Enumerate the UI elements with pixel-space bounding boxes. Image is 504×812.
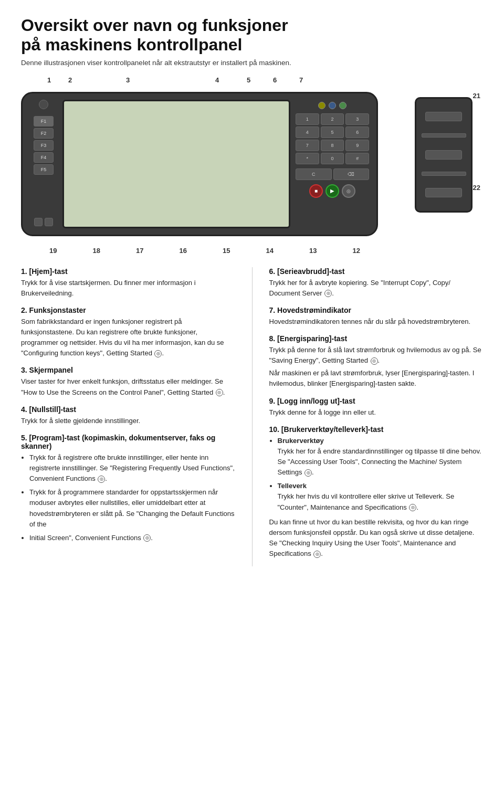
circle-ref-10b: ◎ (409, 504, 416, 511)
extra-button: ◎ (342, 184, 355, 198)
label-13: 13 (309, 247, 317, 255)
section-8-title: 8. [Energisparing]-tast (269, 334, 484, 343)
start-button: ▶ (326, 184, 339, 198)
section-4-title: 4. [Nullstill]-tast (21, 405, 235, 414)
section-10-bullet-2: Telleverk Trykk her hvis du vil kontroll… (278, 481, 484, 512)
key-7: 7 (296, 140, 319, 151)
key-3: 3 (345, 113, 369, 125)
section-2-heading: Funksjonstaster (29, 306, 86, 314)
f2-key: F2 (34, 128, 54, 139)
section-3-title: 3. Skjermpanel (21, 366, 235, 374)
circle-ref-10c: ◎ (313, 551, 321, 558)
label-1: 1 (47, 76, 51, 84)
section-9: 9. [Logg inn/logg ut]-tast Trykk denne f… (269, 397, 484, 418)
section-10: 10. [Brukerverktøy/telleverk]-tast Bruke… (269, 425, 484, 560)
section-6-text: Trykk her for å avbryte kopiering. Se "I… (269, 278, 484, 299)
section-10-number: 10. (269, 425, 279, 434)
content-area: 1. [Hjem]-tast Trykk for å vise startskj… (21, 267, 483, 567)
section-9-number: 9. (269, 397, 276, 405)
f3-key: F3 (34, 140, 54, 151)
machine-keypad: 1 2 3 4 5 6 7 8 9 * 0 # C ⌫ ■ (296, 100, 369, 228)
section-8-text: Trykk på denne for å slå lavt strømforbr… (269, 345, 484, 389)
label-19: 19 (49, 247, 57, 255)
section-9-text: Trykk denne for å logge inn eller ut. (269, 407, 484, 418)
section-5-bullet-1: Trykk for å registrere ofte brukte innst… (29, 452, 235, 484)
section-2-text: Som fabrikkstandard er ingen funksjoner … (21, 317, 235, 359)
section-7-heading: Hovedstrømindikator (277, 306, 351, 314)
right-column: 6. [Serieavbrudd]-tast Trykk her for å a… (269, 267, 484, 567)
side-slot-1 (425, 112, 462, 121)
section-10-final: Du kan finne ut hvor du kan bestille rek… (269, 517, 484, 560)
label-15: 15 (223, 247, 230, 255)
section-1: 1. [Hjem]-tast Trykk for å vise startskj… (21, 267, 235, 299)
section-3-heading: Skjermpanel (29, 366, 73, 374)
section-10-heading: [Brukerverktøy/telleverk]-tast (281, 425, 384, 434)
key-star: * (296, 153, 319, 164)
left-column: 1. [Hjem]-tast Trykk for å vise startskj… (21, 267, 235, 567)
circle-ref-5a: ◎ (98, 476, 105, 483)
section-2: 2. Funksjonstaster Som fabrikkstandard e… (21, 306, 235, 359)
side-slot-5 (425, 188, 462, 197)
section-7-text: Hovedstrømindikatoren tennes når du slår… (269, 317, 484, 327)
label-16: 16 (180, 247, 187, 255)
label-21: 21 (473, 92, 480, 100)
action-buttons: ■ ▶ ◎ (296, 184, 369, 198)
section-1-title: 1. [Hjem]-tast (21, 267, 235, 276)
key-4: 4 (296, 126, 319, 138)
section-6-number: 6. (269, 267, 276, 276)
section-5: 5. [Program]-tast (kopimaskin, dokuments… (21, 434, 235, 543)
function-keys: F1 F2 F3 F4 F5 (34, 116, 54, 175)
key-8: 8 (321, 140, 344, 151)
section-1-number: 1. (21, 267, 27, 276)
section-6-title: 6. [Serieavbrudd]-tast (269, 267, 484, 276)
bottom-icon-1 (34, 218, 43, 226)
back-key: ⌫ (333, 168, 370, 180)
section-6-heading: [Serieavbrudd]-tast (277, 267, 344, 276)
side-slot-4 (422, 172, 466, 176)
indicator-3 (339, 102, 346, 109)
machine-screen (62, 100, 290, 228)
column-divider (252, 267, 253, 567)
f4-key: F4 (34, 152, 54, 163)
top-indicators (296, 102, 369, 109)
key-6: 6 (345, 126, 369, 138)
key-2: 2 (321, 113, 344, 125)
bottom-left-icons (34, 218, 53, 228)
f5-key: F5 (34, 164, 54, 175)
machine-panel-illustration: F1 F2 F3 F4 F5 1 2 3 4 (21, 92, 378, 236)
circle-ref-2: ◎ (154, 350, 162, 357)
section-8: 8. [Energisparing]-tast Trykk på denne f… (269, 334, 484, 389)
bottom-number-row: 19 18 17 16 15 14 13 12 (21, 247, 388, 255)
section-8-heading: [Energisparing]-tast (277, 334, 347, 343)
label-18: 18 (93, 247, 100, 255)
label-22: 22 (473, 184, 480, 192)
side-slot-2 (422, 133, 466, 138)
section-9-title: 9. [Logg inn/logg ut]-tast (269, 397, 484, 405)
section-10-bullet-1: Brukerverktøy Trykk her for å endre stan… (278, 436, 484, 478)
section-10-bullets: Brukerverktøy Trykk her for å endre stan… (269, 436, 484, 513)
indicator-2 (329, 102, 336, 109)
label-14: 14 (266, 247, 274, 255)
special-keys: C ⌫ (296, 168, 369, 180)
page-subtitle: Denne illustrasjonen viser kontrollpanel… (21, 59, 483, 67)
section-3-number: 3. (21, 366, 27, 374)
section-3: 3. Skjermpanel Viser taster for hver enk… (21, 366, 235, 397)
section-4-heading: [Nullstill]-tast (29, 405, 76, 414)
section-4: 4. [Nullstill]-tast Trykk for å slette g… (21, 405, 235, 426)
machine-side-panel (415, 97, 472, 213)
section-6: 6. [Serieavbrudd]-tast Trykk her for å a… (269, 267, 484, 299)
section-5-heading: [Program]-tast (kopimaskin, dokumentserv… (21, 434, 215, 450)
label-2: 2 (68, 76, 72, 84)
key-5: 5 (321, 126, 344, 138)
machine-left-sidebar: F1 F2 F3 F4 F5 (30, 100, 57, 228)
section-7-title: 7. Hovedstrømindikator (269, 306, 484, 314)
section-5-bullets: Trykk for å registrere ofte brukte innst… (21, 452, 235, 543)
section-4-number: 4. (21, 405, 27, 414)
key-9: 9 (345, 140, 369, 151)
section-5-number: 5. (21, 434, 27, 442)
label-12: 12 (353, 247, 360, 255)
indicator-1 (318, 102, 326, 109)
section-5-title: 5. [Program]-tast (kopimaskin, dokuments… (21, 434, 235, 450)
circle-ref-10a: ◎ (304, 469, 312, 477)
page-title: Oversikt over navn og funksjoner på mask… (21, 16, 483, 55)
